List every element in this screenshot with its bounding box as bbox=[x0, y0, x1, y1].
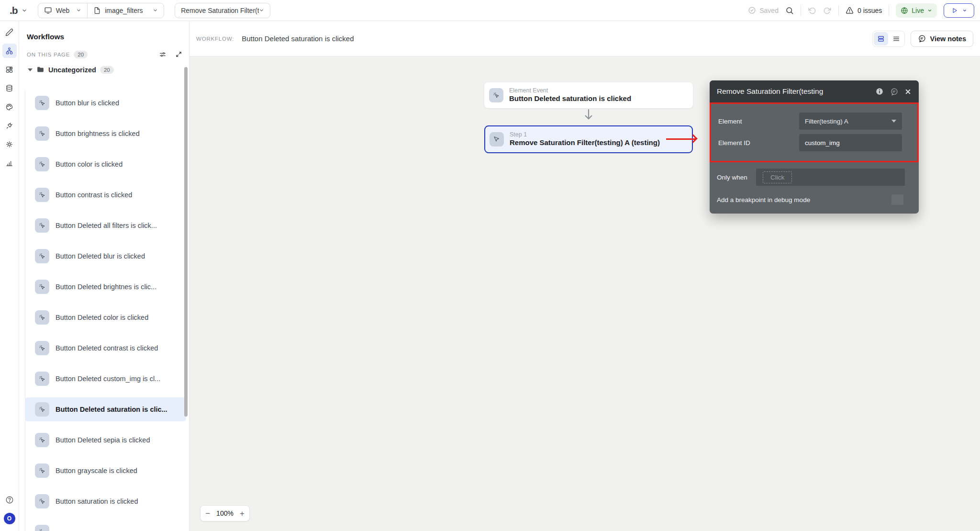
workflow-list-item[interactable]: Button Deleted sepia is clicked bbox=[19, 425, 189, 455]
page-file-icon bbox=[93, 7, 101, 14]
element-id-input[interactable]: custom_img bbox=[799, 134, 902, 151]
workflow-list-item[interactable]: Button Deleted color is clicked bbox=[19, 302, 189, 333]
preview-run-button[interactable] bbox=[944, 3, 974, 18]
logo-chevron-down-icon[interactable] bbox=[22, 8, 27, 13]
cursor-click-icon bbox=[35, 249, 49, 263]
properties-panel-header[interactable]: Remove Saturation Filter(testing bbox=[710, 80, 919, 102]
undo-icon[interactable] bbox=[808, 6, 816, 15]
workflow-selector-value: Remove Saturation Filter(t... bbox=[181, 7, 259, 14]
workflow-list-item[interactable] bbox=[19, 517, 189, 531]
rail-settings-tab[interactable] bbox=[2, 137, 17, 151]
workflows-panel: Workflows ON THIS PAGE 20 Uncategorized … bbox=[19, 21, 189, 531]
left-navigation-rail: O bbox=[0, 21, 19, 531]
workflow-list-item[interactable]: Button Deleted brightnes is clic... bbox=[19, 271, 189, 302]
toolbar-right-group: Saved 0 issues bbox=[748, 3, 974, 18]
workflow-list-item[interactable]: Button Deleted all filters is click... bbox=[19, 210, 189, 241]
workflow-list-item[interactable]: Button color is clicked bbox=[19, 149, 189, 180]
on-this-page-row: ON THIS PAGE 20 bbox=[27, 51, 182, 58]
cursor-click-icon bbox=[35, 525, 49, 531]
step-card-title: Remove Saturation Filter(testing) A (tes… bbox=[510, 138, 660, 147]
workflow-list-item[interactable]: Button Deleted contrast is clicked bbox=[19, 333, 189, 363]
issues-button[interactable]: 0 issues bbox=[846, 6, 882, 14]
only-when-input[interactable]: Click bbox=[756, 169, 905, 186]
workflow-item-label: Button Deleted saturation is clic... bbox=[56, 406, 167, 413]
workflow-list-item[interactable]: Button contrast is clicked bbox=[19, 180, 189, 210]
live-version-button[interactable]: Live bbox=[896, 3, 937, 18]
only-when-row: Only when Click bbox=[717, 169, 919, 186]
workflow-list-item[interactable]: Button Deleted saturation is clic... bbox=[19, 394, 189, 425]
cursor-pointer-icon bbox=[490, 132, 504, 147]
flow-down-arrow-icon bbox=[583, 108, 594, 122]
step-card-selected[interactable]: Step 1 Remove Saturation Filter(testing)… bbox=[484, 125, 693, 153]
user-avatar[interactable]: O bbox=[4, 513, 15, 524]
workflow-selector-dropdown[interactable]: Remove Saturation Filter(t... bbox=[175, 3, 270, 18]
comment-bubble-icon[interactable] bbox=[890, 88, 898, 96]
search-icon[interactable] bbox=[785, 6, 794, 15]
element-id-field-label: Element ID bbox=[718, 139, 799, 147]
view-mode-toggle bbox=[872, 31, 905, 47]
rail-bottom-group: O bbox=[2, 493, 17, 531]
database-icon bbox=[5, 84, 13, 92]
dropdown-caret-icon bbox=[891, 120, 896, 123]
workflow-item-label: Button Deleted brightnes is clic... bbox=[56, 283, 156, 291]
workflow-list-item[interactable]: Button brightness is clicked bbox=[19, 118, 189, 149]
view-notes-button[interactable]: View notes bbox=[911, 31, 973, 47]
rail-workflow-tab[interactable] bbox=[2, 44, 17, 58]
platform-page-switcher: Web image_filters bbox=[38, 3, 165, 18]
rail-plugins-tab[interactable] bbox=[2, 118, 17, 133]
workflow-item-label: Button grayscale is clicked bbox=[56, 467, 137, 475]
platform-dropdown[interactable]: Web bbox=[38, 3, 88, 18]
gear-icon bbox=[5, 140, 13, 148]
workflow-canvas[interactable]: WORKFLOW: Button Deleted saturation is c… bbox=[189, 21, 980, 531]
zoom-out-button[interactable]: − bbox=[205, 509, 210, 518]
help-button[interactable] bbox=[2, 493, 17, 507]
issues-label: 0 issues bbox=[858, 7, 882, 14]
rail-data-tab[interactable] bbox=[2, 81, 17, 95]
plug-icon bbox=[5, 122, 13, 130]
close-icon[interactable] bbox=[904, 88, 912, 95]
rail-logs-tab[interactable] bbox=[2, 156, 17, 170]
workflow-list-item[interactable]: Button saturation is clicked bbox=[19, 486, 189, 517]
redo-icon[interactable] bbox=[823, 6, 832, 15]
event-card[interactable]: Element Event Button Deleted saturation … bbox=[484, 82, 693, 108]
workflow-item-label: Button contrast is clicked bbox=[56, 191, 132, 199]
cursor-click-icon bbox=[35, 433, 49, 447]
panel-lower-section: Only when Click Add a breakpoint in debu… bbox=[710, 162, 919, 214]
rail-components-tab[interactable] bbox=[2, 62, 17, 77]
workflow-item-label: Button Deleted all filters is click... bbox=[56, 222, 157, 229]
info-icon[interactable] bbox=[875, 87, 884, 96]
workflow-item-label: Button Deleted color is clicked bbox=[56, 314, 148, 321]
rail-styles-tab[interactable] bbox=[2, 100, 17, 114]
card-view-button[interactable] bbox=[874, 32, 888, 45]
workflow-item-label: Button brightness is clicked bbox=[56, 130, 140, 137]
cursor-click-icon bbox=[35, 96, 49, 110]
folder-uncategorized[interactable]: Uncategorized 20 bbox=[19, 66, 189, 74]
breakpoint-row: Add a breakpoint in debug mode bbox=[717, 194, 919, 205]
warning-triangle-icon bbox=[846, 6, 854, 14]
breakpoint-checkbox[interactable] bbox=[891, 194, 903, 205]
workflows-scrollbar[interactable] bbox=[184, 67, 188, 417]
zoom-in-button[interactable]: + bbox=[240, 509, 245, 518]
list-view-button[interactable] bbox=[889, 32, 903, 45]
pencil-icon bbox=[5, 28, 13, 36]
workflow-list-item[interactable]: Button grayscale is clicked bbox=[19, 455, 189, 486]
platform-label: Web bbox=[56, 7, 70, 14]
element-dropdown[interactable]: Filter(testing) A bbox=[799, 113, 902, 130]
cursor-click-icon bbox=[35, 310, 49, 325]
bubble-logo[interactable]: .b bbox=[10, 5, 18, 16]
canvas-zoom-control: − 100% + bbox=[200, 505, 250, 521]
filter-sliders-icon[interactable] bbox=[159, 51, 167, 58]
properties-panel-title: Remove Saturation Filter(testing bbox=[717, 87, 870, 96]
bar-chart-icon bbox=[5, 159, 13, 167]
cursor-click-icon bbox=[35, 463, 49, 478]
expand-panel-icon[interactable] bbox=[175, 51, 182, 58]
save-status-label: Saved bbox=[759, 7, 779, 14]
rail-design-tab[interactable] bbox=[2, 25, 17, 39]
workflow-list-item[interactable]: Button blur is clicked bbox=[19, 88, 189, 118]
check-circle-icon bbox=[748, 6, 756, 14]
page-dropdown[interactable]: image_filters bbox=[87, 3, 164, 18]
workflow-list-item[interactable]: Button Deleted blur is clicked bbox=[19, 241, 189, 271]
cursor-click-icon bbox=[35, 218, 49, 233]
workflow-list-item[interactable]: Button Deleted custom_img is cl... bbox=[19, 363, 189, 394]
highlighted-fields-region: Element Filter(testing) A Element ID cus… bbox=[710, 102, 919, 162]
